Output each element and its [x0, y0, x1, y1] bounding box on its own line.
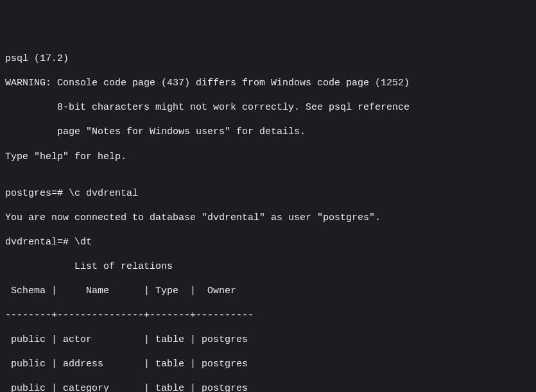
table-row: public | category | table | postgres — [5, 382, 531, 392]
warning-line-3: page "Notes for Windows users" for detai… — [5, 126, 531, 138]
connect-command: postgres=# \c dvdrental — [5, 187, 531, 200]
relations-title: List of relations — [5, 260, 531, 273]
connect-confirmation: You are now connected to database "dvdre… — [5, 212, 531, 224]
warning-line-2: 8-bit characters might not work correctl… — [5, 101, 531, 114]
table-row: public | actor | table | postgres — [5, 334, 531, 346]
table-divider: --------+---------------+-------+-------… — [5, 309, 531, 321]
psql-version: psql (17.2) — [5, 53, 531, 65]
table-header-row: Schema | Name | Type | Owner — [5, 285, 531, 297]
dt-command: dvdrental=# \dt — [5, 236, 531, 248]
help-hint: Type "help" for help. — [5, 151, 531, 163]
table-row: public | address | table | postgres — [5, 358, 531, 370]
warning-line-1: WARNING: Console code page (437) differs… — [5, 77, 531, 89]
